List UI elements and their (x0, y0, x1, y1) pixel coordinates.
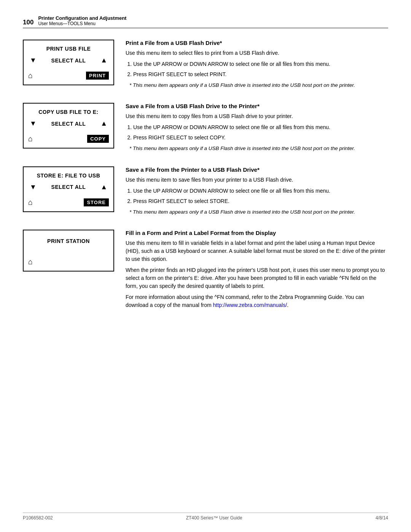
footer-center: ZT400 Series™ User Guide (186, 515, 242, 521)
desc-copy-usb: Save a File from a USB Flash Drive to th… (126, 103, 388, 152)
home-icon-copy-usb: ⌂ (28, 134, 33, 143)
section-print-usb: PRINT USB FILE ▼ SELECT ALL ▲ ⌂ PRINT Pr… (23, 40, 388, 89)
desc-steps-copy-usb: Use the UP ARROW or DOWN ARROW to select… (126, 123, 388, 142)
nav-left-arrow-store-usb: ▼ (30, 183, 37, 191)
header-title-block: Printer Configuration and Adjustment Use… (38, 15, 126, 26)
nav-right-arrow-store-usb: ▲ (100, 183, 107, 191)
desc-steps-store-usb: Use the UP ARROW or DOWN ARROW to select… (126, 187, 388, 205)
nav-right-arrow-copy-usb: ▲ (100, 120, 107, 128)
desc-heading-copy-usb: Save a File from a USB Flash Drive to th… (126, 103, 388, 109)
desc-print-usb: Print a File from a USB Flash Drive* Use… (126, 40, 388, 89)
desc-intro-print-usb: Use this menu item to select files to pr… (126, 49, 388, 57)
home-icon-print-usb: ⌂ (28, 71, 33, 80)
device-title-print-usb: PRINT USB FILE (24, 40, 113, 55)
desc-note-store-usb: This menu item appears only if a USB Fla… (126, 208, 388, 216)
nav-left-arrow-print-usb: ▼ (30, 56, 37, 64)
action-btn-store-usb[interactable]: STORE (84, 198, 109, 206)
device-footer-print-station: ⌂ (24, 251, 113, 271)
desc-heading-print-station: Fill in a Form and Print a Label Format … (126, 230, 388, 236)
desc-note-print-usb: This menu item appears only if a USB Fla… (126, 81, 388, 89)
content-area: PRINT USB FILE ▼ SELECT ALL ▲ ⌂ PRINT Pr… (23, 40, 388, 312)
action-btn-print-usb[interactable]: PRINT (86, 72, 109, 80)
action-btn-copy-usb[interactable]: COPY (87, 135, 109, 143)
home-icon-store-usb: ⌂ (28, 198, 33, 207)
page-wrapper: 100 Printer Configuration and Adjustment… (0, 0, 411, 335)
nav-label-print-usb: SELECT ALL (51, 58, 86, 64)
step-item: Use the UP ARROW or DOWN ARROW to select… (133, 60, 388, 68)
nav-label-copy-usb: SELECT ALL (51, 121, 86, 127)
nav-left-arrow-copy-usb: ▼ (30, 120, 37, 128)
desc-body3-print-station: For more information about using the ^FN… (126, 293, 388, 309)
device-nav-print-usb: ▼ SELECT ALL ▲ (24, 55, 113, 66)
device-nav-copy-usb: ▼ SELECT ALL ▲ (24, 118, 113, 129)
desc-steps-print-usb: Use the UP ARROW or DOWN ARROW to select… (126, 60, 388, 78)
desc-body1-print-station: Use this menu item to fill in variable f… (126, 239, 388, 263)
section-copy-usb: COPY USB FILE TO E: ▼ SELECT ALL ▲ ⌂ COP… (23, 103, 388, 152)
device-box-print-station: PRINT STATION ⌂ (23, 230, 114, 272)
header-sub-title: User Menus—TOOLS Menu (38, 21, 126, 26)
section-store-usb: STORE E: FILE TO USB ▼ SELECT ALL ▲ ⌂ ST… (23, 166, 388, 216)
device-box-copy-usb: COPY USB FILE TO E: ▼ SELECT ALL ▲ ⌂ COP… (23, 103, 114, 149)
desc-body2-print-station: When the printer finds an HID plugged in… (126, 266, 388, 290)
desc-body3-end: . (287, 302, 288, 308)
step-item: Use the UP ARROW or DOWN ARROW to select… (133, 187, 388, 195)
device-footer-store-usb: ⌂ STORE (24, 194, 113, 211)
nav-label-store-usb: SELECT ALL (51, 184, 86, 190)
device-nav-store-usb: ▼ SELECT ALL ▲ (24, 182, 113, 193)
step-item: Press RIGHT SELECT to select STORE. (133, 197, 388, 205)
device-title-print-station: PRINT STATION (24, 230, 113, 248)
desc-heading-store-usb: Save a File from the Printer to a USB Fl… (126, 166, 388, 173)
device-title-copy-usb: COPY USB FILE TO E: (24, 104, 113, 118)
desc-note-copy-usb: This menu item appears only if a USB Fla… (126, 145, 388, 152)
desc-heading-print-usb: Print a File from a USB Flash Drive* (126, 40, 388, 46)
desc-store-usb: Save a File from the Printer to a USB Fl… (126, 166, 388, 216)
step-item: Use the UP ARROW or DOWN ARROW to select… (133, 123, 388, 131)
device-title-store-usb: STORE E: FILE TO USB (24, 167, 113, 182)
step-item: Press RIGHT SELECT to select PRINT. (133, 70, 388, 78)
device-footer-copy-usb: ⌂ COPY (24, 131, 113, 148)
page-footer: P1066582-002 ZT400 Series™ User Guide 4/… (23, 513, 388, 521)
section-print-station: PRINT STATION ⌂ Fill in a Form and Print… (23, 230, 388, 312)
header-main-title: Printer Configuration and Adjustment (38, 15, 126, 21)
home-icon-print-station: ⌂ (28, 257, 33, 266)
device-box-store-usb: STORE E: FILE TO USB ▼ SELECT ALL ▲ ⌂ ST… (23, 166, 114, 212)
desc-intro-store-usb: Use this menu item to save files from yo… (126, 176, 388, 184)
footer-left: P1066582-002 (23, 515, 53, 521)
page-header: 100 Printer Configuration and Adjustment… (23, 15, 388, 28)
device-footer-print-usb: ⌂ PRINT (24, 67, 113, 85)
desc-print-station: Fill in a Form and Print a Label Format … (126, 230, 388, 312)
nav-right-arrow-print-usb: ▲ (100, 56, 107, 64)
step-item: Press RIGHT SELECT to select COPY. (133, 134, 388, 142)
zebra-manuals-link[interactable]: http://www.zebra.com/manuals/ (213, 302, 287, 308)
footer-right: 4/8/14 (376, 515, 388, 521)
device-box-print-usb: PRINT USB FILE ▼ SELECT ALL ▲ ⌂ PRINT (23, 40, 114, 85)
page-number: 100 (23, 19, 33, 26)
desc-intro-copy-usb: Use this menu item to copy files from a … (126, 112, 388, 120)
